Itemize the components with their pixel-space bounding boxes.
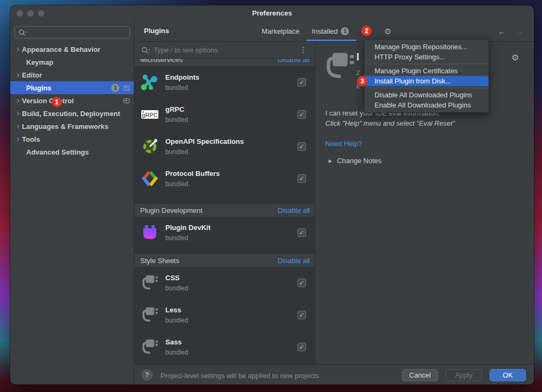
plug-icon [140,337,159,357]
plugin-search-placeholder: Type / to see options [154,46,218,54]
sidebar-item-label: Advanced Settings [26,148,89,156]
plugin-enabled-checkbox[interactable]: ✓ [297,228,306,237]
back-arrow-icon[interactable]: ← [498,27,506,36]
plugins-header: Plugins Marketplace Installed 1 2 ⚙ ← → [134,20,534,42]
gear-context-menu: Manage Plugin Repositories...HTTP Proxy … [364,39,489,113]
menu-item-disable-all-downloaded-plugins[interactable]: Disable All Downloaded Plugins [364,90,488,100]
plugin-name: gRPC [165,105,184,113]
sidebar-item-label: Plugins [26,84,51,92]
plugin-subtitle: bundled [165,148,188,156]
plugin-enabled-checkbox[interactable]: ✓ [297,343,306,351]
plugin-row-endpoints[interactable]: Endpointsbundled✓ [134,66,315,98]
expand-triangle-icon: ▶ [329,158,332,164]
plugin-row-openapi-specifications[interactable]: OpenAPI Specificationsbundled✓ [134,130,315,163]
plugin-subtitle: bundled [165,234,188,242]
plugin-subtitle: bundled [165,285,188,292]
plugin-subtitle: bundled [165,116,188,124]
page-title: Plugins [144,27,169,35]
plugin-detail-gear-icon[interactable]: ⚙ [512,52,519,63]
settings-tree: Appearance & BehaviorKeymapEditorPlugins… [10,43,134,158]
plugin-enabled-checkbox[interactable]: ✓ [297,110,306,119]
plugin-enabled-checkbox[interactable]: ✓ [297,174,306,183]
section-gap [134,249,315,254]
sidebar-item-version-control[interactable]: Version Control [10,94,134,107]
apply-button: Apply [446,369,482,381]
plugin-name: Protocol Buffers [165,170,220,178]
plugin-row-plugin-devkit[interactable]: Plugin DevKitbundled✓ [134,217,315,249]
chevron-right-icon [16,137,19,141]
tab-installed[interactable]: Installed 1 [312,27,349,35]
plugin-row-sass[interactable]: Sassbundled✓ [134,331,315,363]
menu-separator [364,64,488,64]
sidebar-item-appearance-behavior[interactable]: Appearance & Behavior [10,43,134,56]
sidebar-item-languages-frameworks[interactable]: Languages & Frameworks [10,120,134,133]
sidebar-search-input[interactable] [14,26,130,39]
plugin-enabled-checkbox[interactable]: ✓ [297,78,306,87]
need-help-link[interactable]: Need Help? [325,140,362,148]
chevron-right-icon [16,47,19,51]
plugin-row-less[interactable]: Lessbundled✓ [134,299,315,331]
sidebar-item-label: Appearance & Behavior [22,45,101,53]
sidebar-item-build-execution-deployment[interactable]: Build, Execution, Deployment [10,107,134,120]
menu-item-enable-all-downloaded-plugins[interactable]: Enable All Downloaded Plugins [364,100,488,110]
settings-sidebar: Appearance & BehaviorKeymapEditorPlugins… [10,20,134,385]
plugin-row-protocol-buffers[interactable]: Protocol Buffersbundled✓ [134,163,315,195]
chevron-right-icon [16,111,19,115]
plugin-name-fragment: I [356,51,360,63]
chevron-right-icon [16,73,19,76]
help-icon[interactable]: ? [142,370,152,380]
section-gap [134,195,315,204]
plugin-meta-fragment: Z [356,70,360,76]
menu-item-install-plugin-from-disk-[interactable]: Install Plugin from Disk... [364,76,488,86]
sidebar-item-tools[interactable]: Tools [10,133,134,145]
plugins-gear-icon[interactable]: ⚙ [384,27,391,35]
footer-hint: Project-level settings will be applied t… [161,372,319,380]
step-badge-1: 1 [51,97,62,107]
sidebar-item-label: Keymap [26,58,54,66]
sidebar-item-badges: 1 [111,81,129,94]
step-badge-3: 3 [357,76,368,87]
plugin-enabled-checkbox[interactable]: ✓ [297,311,306,319]
plugin-subtitle: bundled [165,317,188,324]
menu-item-http-proxy-settings-[interactable]: HTTP Proxy Settings... [364,52,488,62]
step-badge-2: 2 [361,26,372,36]
svg-text:gRPC: gRPC [142,112,157,118]
cancel-button[interactable]: Cancel [402,369,438,381]
forward-arrow-icon: → [515,27,523,36]
section-header-microservices: MicroservicesDisable all [134,59,315,66]
plugin-row-grpc[interactable]: gRPCgRPCbundled✓ [134,98,315,130]
sidebar-item-label: Editor [22,71,42,79]
plugin-row-css[interactable]: CSSbundled✓ [134,267,315,299]
window-title: Preferences [10,9,534,17]
plugin-enabled-checkbox[interactable]: ✓ [297,142,306,151]
sidebar-item-label: Tools [22,135,40,143]
more-options-icon[interactable]: ⋮ [300,45,307,54]
plugin-enabled-checkbox[interactable]: ✓ [297,279,306,287]
section-name: Plugin Development [140,206,202,214]
preferences-window: Preferences Appearance & BehaviorKeymapE… [10,5,534,385]
ok-button[interactable]: OK [490,369,526,381]
dialog-footer: ? Project-level settings will be applied… [134,364,534,385]
tab-marketplace[interactable]: Marketplace [262,27,300,35]
sidebar-item-keymap[interactable]: Keymap [10,56,134,68]
sidebar-item-label: Build, Execution, Deployment [22,110,120,118]
plugin-name: Plugin DevKit [165,224,211,232]
sidebar-item-editor[interactable]: Editor [10,68,134,81]
openapi-icon [140,137,159,156]
menu-separator [364,88,488,88]
change-notes-toggle[interactable]: ▶ Change Notes [329,157,381,165]
plugin-subtitle: bundled [165,180,188,188]
protobuf-icon [140,169,159,188]
section-header-inner: MicroservicesDisable all [140,59,310,64]
modified-indicator-icon [124,86,129,90]
sidebar-item-advanced-settings[interactable]: Advanced Settings [10,145,134,158]
plugin-count-badge: 1 [111,84,119,92]
plugin-search-input[interactable]: Type / to see options ⋮ [134,42,315,59]
disable-all-link[interactable]: Disable all [278,257,310,265]
plugin-name: Sass [165,338,181,346]
disable-all-link[interactable]: Disable all [278,59,310,64]
menu-item-manage-plugin-certificates[interactable]: Manage Plugin Certificates [364,66,488,76]
sidebar-item-plugins[interactable]: Plugins1 [10,81,134,94]
disable-all-link[interactable]: Disable all [278,206,310,214]
menu-item-manage-plugin-repositories-[interactable]: Manage Plugin Repositories... [364,42,488,52]
